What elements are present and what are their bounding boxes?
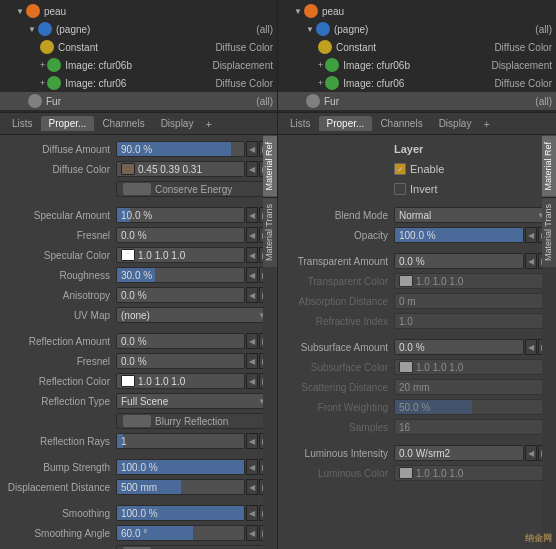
material-ref-tab[interactable]: Material Ref	[263, 135, 277, 197]
decrement-button[interactable]: ◀	[246, 333, 258, 349]
blend-mode-dropdown[interactable]: Normal ▼	[394, 207, 550, 223]
tab-properties[interactable]: Proper...	[41, 116, 95, 131]
decrement-button[interactable]: ◀	[246, 207, 258, 223]
samples-value-area: 16	[394, 419, 550, 435]
material-trans-tab[interactable]: Material Trans	[263, 197, 277, 267]
tree-row[interactable]: ▼ (pagne) (all)	[278, 20, 556, 38]
anisotropy-bar[interactable]: 0.0 %	[116, 287, 245, 303]
luminous-intensity-bar[interactable]: 0.0 W/srm2	[394, 445, 524, 461]
reflection-fresnel-value-area: 0.0 % ◀ ▶	[116, 353, 271, 369]
reflection-rays-bar[interactable]: 1	[116, 433, 245, 449]
tree-row[interactable]: Fur (all)	[278, 92, 556, 110]
decrement-button[interactable]: ◀	[525, 445, 537, 461]
material-trans-tab[interactable]: Material Trans	[542, 197, 556, 267]
opacity-bar[interactable]: 100.0 %	[394, 227, 524, 243]
reflection-color-bar[interactable]: 1.0 1.0 1.0	[116, 373, 245, 389]
tree-row[interactable]: + Image: cfur06b Displacement	[278, 56, 556, 74]
decrement-button[interactable]: ◀	[246, 525, 258, 541]
decrement-button[interactable]: ◀	[246, 433, 258, 449]
decrement-button[interactable]: ◀	[246, 141, 258, 157]
reflection-type-value: Full Scene	[121, 396, 168, 407]
decrement-button[interactable]: ◀	[246, 227, 258, 243]
specular-amount-bar[interactable]: 10.0 %	[116, 207, 245, 223]
smoothing-bar[interactable]: 100.0 %	[116, 505, 245, 521]
conserve-energy-toggle[interactable]: Conserve Energy	[116, 181, 271, 197]
decrement-button[interactable]: ◀	[246, 373, 258, 389]
decrement-button[interactable]: ◀	[246, 353, 258, 369]
tree-row[interactable]: + Image: cfur06 Diffuse Color	[278, 74, 556, 92]
uv-map-dropdown[interactable]: (none) ▼	[116, 307, 271, 323]
bump-strength-row: Bump Strength 100.0 % ◀ ▶	[0, 457, 277, 477]
decrement-button[interactable]: ◀	[246, 247, 258, 263]
tree-row[interactable]: + Image: cfur06b Displacement	[0, 56, 277, 74]
subsurface-amount-text: 0.0 %	[399, 342, 425, 353]
tree-row[interactable]: ▼ peau	[278, 2, 556, 20]
bump-strength-text: 100.0 %	[121, 462, 158, 473]
bump-strength-label: Bump Strength	[6, 462, 116, 473]
add-tab-button[interactable]: +	[205, 118, 211, 130]
fresnel-bar[interactable]: 0.0 %	[116, 227, 245, 243]
tree-row[interactable]: + Image: cfur06 Diffuse Color	[0, 74, 277, 92]
tab-display[interactable]: Display	[153, 116, 202, 131]
tree-value: (all)	[535, 24, 552, 35]
decrement-button[interactable]: ◀	[246, 479, 258, 495]
reflection-fresnel-bar[interactable]: 0.0 %	[116, 353, 245, 369]
tab-display[interactable]: Display	[431, 116, 480, 131]
bump-strength-value-area: 100.0 % ◀ ▶	[116, 459, 271, 475]
specular-color-bar[interactable]: 1.0 1.0 1.0	[116, 247, 245, 263]
decrement-button[interactable]: ◀	[246, 287, 258, 303]
add-tab-button[interactable]: +	[483, 118, 489, 130]
invert-checkbox[interactable]	[394, 183, 406, 195]
scattering-distance-label: Scattering Distance	[284, 382, 394, 393]
transparent-amount-bar[interactable]: 0.0 %	[394, 253, 524, 269]
right-tabs-bar: Lists Proper... Channels Display +	[278, 113, 556, 135]
tab-channels[interactable]: Channels	[372, 116, 430, 131]
tab-channels[interactable]: Channels	[94, 116, 152, 131]
enable-label: Enable	[410, 163, 444, 175]
decrement-button[interactable]: ◀	[525, 253, 537, 269]
decrement-button[interactable]: ◀	[246, 505, 258, 521]
decrement-button[interactable]: ◀	[246, 267, 258, 283]
refractive-index-value-area: 1.0	[394, 313, 550, 329]
tab-lists[interactable]: Lists	[4, 116, 41, 131]
reflection-type-row: Reflection Type Full Scene ▼	[0, 391, 277, 411]
bump-strength-bar[interactable]: 100.0 %	[116, 459, 245, 475]
material-ref-tab[interactable]: Material Ref	[542, 135, 556, 197]
tree-row[interactable]: ▼ peau	[0, 2, 277, 20]
double-sided-toggle[interactable]: Double Sided	[116, 545, 271, 549]
refractive-index-bar: 1.0	[394, 313, 550, 329]
tree-row[interactable]: Constant Diffuse Color	[278, 38, 556, 56]
specular-color-value-area: 1.0 1.0 1.0 ◀ ▶	[116, 247, 271, 263]
texture-icon	[325, 76, 339, 90]
decrement-button[interactable]: ◀	[525, 227, 537, 243]
invert-row: Invert	[278, 179, 556, 199]
tree-row[interactable]: Constant Diffuse Color	[0, 38, 277, 56]
fresnel-row: Fresnel 0.0 % ◀ ▶	[0, 225, 277, 245]
tree-row[interactable]: ▼ (pagne) (all)	[0, 20, 277, 38]
uv-map-value-area: (none) ▼	[116, 307, 271, 323]
decrement-button[interactable]: ◀	[246, 459, 258, 475]
reflection-color-swatch	[121, 375, 135, 387]
specular-amount-label: Specular Amount	[6, 210, 116, 221]
tab-lists[interactable]: Lists	[282, 116, 319, 131]
smoothing-label: Smoothing	[6, 508, 116, 519]
tree-row[interactable]: Fur (all)	[0, 92, 277, 110]
smoothing-text: 100.0 %	[121, 508, 158, 519]
displacement-distance-bar[interactable]: 500 mm	[116, 479, 245, 495]
blurry-reflection-toggle[interactable]: Blurry Reflection	[116, 413, 271, 429]
smoothing-angle-bar[interactable]: 60.0 °	[116, 525, 245, 541]
decrement-button[interactable]: ◀	[525, 339, 537, 355]
decrement-button[interactable]: ◀	[246, 161, 258, 177]
diffuse-amount-bar[interactable]: 90.0 %	[116, 141, 245, 157]
diffuse-color-bar[interactable]: 0.45 0.39 0.31	[116, 161, 245, 177]
reflection-amount-bar[interactable]: 0.0 %	[116, 333, 245, 349]
tree-value: Displacement	[212, 60, 273, 71]
subsurface-amount-bar[interactable]: 0.0 %	[394, 339, 524, 355]
reflection-rays-value-area: 1 ◀ ▶	[116, 433, 271, 449]
left-tree: ▼ peau ▼ (pagne) (all) Constant Diffuse …	[0, 0, 277, 113]
roughness-bar[interactable]: 30.0 %	[116, 267, 245, 283]
scattering-distance-row: Scattering Distance 20 mm	[278, 377, 556, 397]
enable-checkbox[interactable]: ✓	[394, 163, 406, 175]
tab-properties[interactable]: Proper...	[319, 116, 373, 131]
reflection-type-dropdown[interactable]: Full Scene ▼	[116, 393, 271, 409]
